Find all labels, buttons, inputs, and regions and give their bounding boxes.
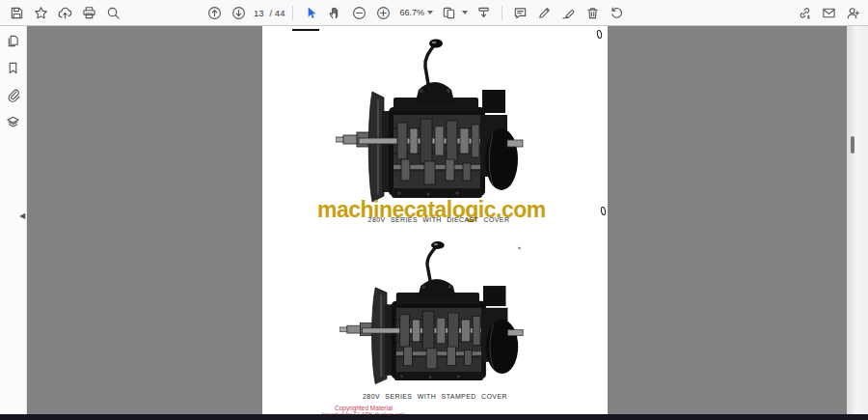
page-number-field[interactable]: 13 [251, 8, 267, 18]
page-thumbnails-icon [6, 34, 20, 48]
minus-circle-icon [352, 6, 366, 20]
figure-caption-diecast: 280V SERIES WITH DIECAST COVER [266, 216, 608, 223]
toolbar-center-group: 13 / 44 66.7% [203, 0, 629, 25]
zoom-in-button[interactable] [371, 1, 395, 24]
pdf-page: machinecatalogic.com 280V SERIES WITH DI… [262, 26, 608, 414]
signature-icon [561, 6, 576, 20]
plus-circle-icon [376, 6, 391, 20]
vertical-scrollbar[interactable] [847, 26, 868, 414]
envelope-icon [822, 6, 836, 20]
transmission-diecast-figure [336, 36, 529, 214]
save-button[interactable] [5, 1, 29, 24]
comment-icon [513, 6, 528, 20]
trash-button[interactable] [581, 1, 605, 24]
star-button[interactable] [29, 1, 53, 24]
scroll-view-icon [476, 6, 491, 20]
share-link-button[interactable] [793, 1, 817, 24]
page-count-label: / 44 [270, 8, 285, 18]
print-icon [82, 6, 96, 20]
zoom-level-value[interactable]: 66.7% [399, 8, 424, 17]
toolbar-left-group [5, 0, 125, 25]
select-tool-button[interactable] [299, 1, 323, 24]
figure-caption-stamped: 280V SERIES WITH STAMPED COVER [262, 393, 608, 400]
previous-page-button[interactable] [203, 1, 227, 24]
sidebar-item-page-thumbnails[interactable] [4, 31, 23, 50]
arrow-down-circle-icon [231, 6, 246, 20]
transmission-stamped-figure [339, 238, 529, 395]
next-page-button[interactable] [227, 1, 251, 24]
sidebar-item-layers[interactable] [4, 112, 23, 131]
share-link-icon [798, 6, 812, 20]
person-plus-icon [846, 6, 860, 20]
email-button[interactable] [817, 1, 841, 24]
zoom-out-button[interactable] [347, 1, 371, 24]
hole-punch-mark [600, 207, 606, 216]
toolbar: 13 / 44 66.7% [0, 0, 868, 26]
rotate-button[interactable] [605, 1, 629, 24]
trash-icon [585, 6, 600, 20]
scroll-view-button[interactable] [472, 1, 496, 24]
arrow-up-circle-icon [207, 6, 222, 20]
bottom-window-edge [0, 414, 868, 420]
star-icon [34, 6, 48, 20]
pencil-button[interactable] [532, 1, 556, 24]
document-viewer: machinecatalogic.com 280V SERIES WITH DI… [27, 26, 847, 414]
zoom-dropdown-caret[interactable] [427, 11, 433, 14]
sidebar-item-bookmarks[interactable] [4, 58, 23, 77]
search-button[interactable] [101, 1, 125, 24]
signature-button[interactable] [556, 1, 581, 24]
page-view-dropdown-caret[interactable] [462, 11, 468, 14]
search-icon [106, 6, 121, 20]
sidebar-item-attachments[interactable] [4, 85, 23, 104]
toolbar-divider [292, 6, 293, 20]
rotate-icon [610, 6, 624, 20]
hand-tool-button[interactable] [323, 1, 347, 24]
hole-punch-mark [596, 30, 602, 40]
sidebar-collapse-arrow[interactable]: ◀ [19, 210, 25, 223]
comment-button[interactable] [508, 1, 532, 24]
page-top-rule-fragment [292, 29, 319, 31]
hand-icon [328, 6, 342, 20]
page-view-icon [442, 6, 456, 20]
save-icon [10, 6, 24, 20]
copyright-line-1: Copyrighted Material [301, 405, 426, 411]
cursor-icon [304, 6, 318, 20]
scrollbar-thumb[interactable] [851, 136, 854, 154]
add-person-button[interactable] [841, 1, 865, 24]
toolbar-right-group [793, 0, 865, 25]
print-button[interactable] [77, 1, 101, 24]
toolbar-divider [502, 6, 502, 20]
cloud-upload-button[interactable] [53, 1, 77, 24]
page-view-button[interactable] [437, 1, 461, 24]
cloud-upload-icon [58, 6, 72, 20]
layers-icon [6, 115, 20, 129]
bookmark-icon [6, 61, 20, 75]
paperclip-icon [6, 88, 20, 102]
pencil-icon [537, 6, 552, 20]
